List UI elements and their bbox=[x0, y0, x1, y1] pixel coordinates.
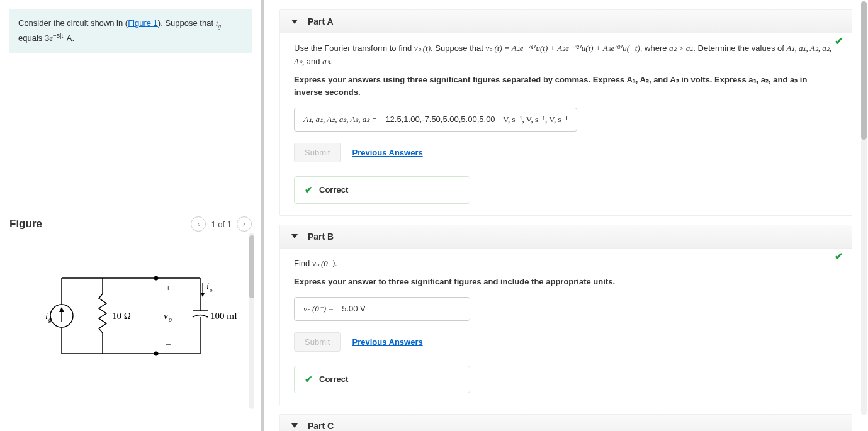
part-b-header[interactable]: Part B bbox=[280, 225, 852, 249]
part-a-block: Part A ✔ Use the Fourier transform to fi… bbox=[279, 9, 852, 216]
part-a-instructions: Express your answers using three signifi… bbox=[294, 74, 838, 99]
part-a-title: Part A bbox=[308, 16, 334, 26]
svg-marker-25 bbox=[201, 293, 205, 297]
correct-label: Correct bbox=[319, 185, 348, 194]
collapse-icon bbox=[291, 234, 298, 238]
figure-counter: 1 of 1 bbox=[211, 220, 232, 229]
svg-point-15 bbox=[154, 352, 158, 356]
svg-point-14 bbox=[154, 276, 158, 281]
svg-text:−: − bbox=[166, 339, 171, 349]
answer-label: A₁, a₁, A₂, a₂, A₃, a₃ = bbox=[303, 115, 377, 124]
answer-value: 5.00 V bbox=[342, 304, 366, 313]
part-a-question: Use the Fourier transform to find vₒ (t)… bbox=[294, 42, 838, 69]
part-c-block: Part C ✔ bbox=[279, 414, 852, 431]
figure-prev-button[interactable]: ‹ bbox=[191, 216, 206, 232]
collapse-icon bbox=[291, 423, 298, 428]
svg-marker-6 bbox=[59, 307, 64, 312]
part-c-title: Part C bbox=[308, 421, 334, 431]
svg-text:g: g bbox=[48, 316, 52, 323]
problem-intro: Consider the circuit shown in (Figure 1)… bbox=[9, 9, 252, 53]
previous-answers-link[interactable]: Previous Answers bbox=[352, 148, 422, 157]
part-b-answer-box: vₒ (0⁻) = 5.00 V bbox=[294, 297, 470, 321]
collapse-icon bbox=[291, 20, 298, 24]
answer-units: V, s⁻¹, V, s⁻¹, V, s⁻¹ bbox=[503, 115, 568, 124]
part-c-header[interactable]: Part C bbox=[280, 415, 852, 431]
svg-text:o: o bbox=[210, 287, 213, 293]
figure-title: Figure bbox=[9, 218, 42, 230]
part-b-title: Part B bbox=[308, 232, 334, 242]
svg-text:i: i bbox=[206, 282, 209, 291]
page-scrollbar[interactable] bbox=[861, 1, 867, 415]
previous-answers-link[interactable]: Previous Answers bbox=[352, 337, 422, 347]
part-b-question: Find vₒ (0⁻). bbox=[294, 257, 838, 271]
circuit-diagram: i g 10 Ω + v o − bbox=[9, 259, 252, 372]
check-icon: ✔ bbox=[835, 250, 843, 262]
svg-text:100 mF: 100 mF bbox=[210, 311, 238, 321]
svg-text:10 Ω: 10 Ω bbox=[112, 311, 131, 321]
correct-feedback: ✔ Correct bbox=[294, 176, 470, 204]
answer-value: 12.5,1.00,-7.50,5.00,5.00,5.00 bbox=[385, 115, 495, 124]
correct-feedback: ✔ Correct bbox=[294, 366, 470, 393]
part-b-block: Part B ✔ Find vₒ (0⁻). Express your answ… bbox=[279, 225, 852, 405]
submit-button[interactable]: Submit bbox=[294, 143, 341, 162]
figure-link[interactable]: Figure 1 bbox=[128, 18, 158, 28]
svg-text:+: + bbox=[166, 283, 171, 293]
intro-text: Consider the circuit shown in ( bbox=[18, 18, 128, 28]
svg-text:o: o bbox=[169, 316, 172, 323]
answer-label: vₒ (0⁻) = bbox=[303, 304, 334, 313]
check-icon: ✔ bbox=[305, 184, 313, 196]
check-icon: ✔ bbox=[305, 374, 313, 385]
part-a-header[interactable]: Part A bbox=[280, 10, 852, 33]
part-a-answer-box: A₁, a₁, A₂, a₂, A₃, a₃ = 12.5,1.00,-7.50… bbox=[294, 108, 577, 132]
svg-text:v: v bbox=[164, 311, 168, 321]
svg-text:i: i bbox=[45, 311, 48, 321]
figure-next-button[interactable]: › bbox=[237, 216, 252, 232]
figure-section: Figure ‹ 1 of 1 › bbox=[9, 216, 252, 372]
check-icon: ✔ bbox=[835, 35, 843, 47]
correct-label: Correct bbox=[319, 374, 348, 384]
scroll-thumb[interactable] bbox=[861, 1, 867, 140]
submit-button[interactable]: Submit bbox=[294, 332, 341, 352]
part-b-instructions: Express your answer to three significant… bbox=[294, 276, 838, 288]
